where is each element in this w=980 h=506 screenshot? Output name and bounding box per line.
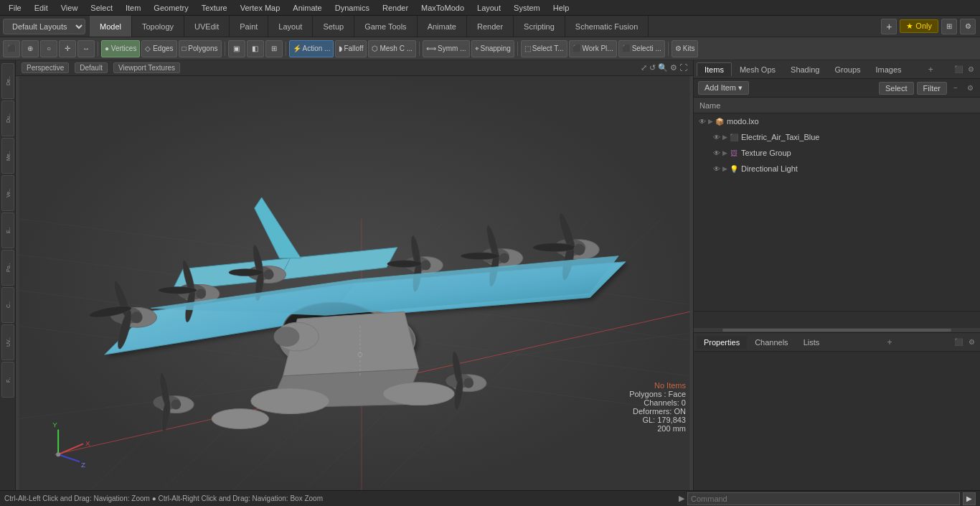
tab-layout[interactable]: Layout [268,16,313,37]
menu-help[interactable]: Help [547,2,575,14]
tab-properties[interactable]: Properties [697,336,747,349]
sidebar-deform[interactable]: De.. [1,63,14,99]
tool-select-btn[interactable]: ↔ [77,40,95,57]
add-prop-tab-button[interactable]: + [883,336,896,349]
add-item-button[interactable]: Add Item ▾ [698,81,749,95]
menu-view[interactable]: View [55,2,84,14]
viewport-move-icon[interactable]: ⤢ [641,63,647,72]
edges-btn[interactable]: ◇ Edges [141,40,176,57]
prop-collapse-icon[interactable]: ⬛ [953,337,964,348]
action-btn[interactable]: ⚡ Action ... [289,40,334,57]
viewport-refresh-icon[interactable]: ↺ [649,63,656,72]
menu-render[interactable]: Render [377,2,414,14]
viewport-gear-icon[interactable]: ⚙ [670,63,677,72]
sidebar-duplicate[interactable]: Du.. [1,100,14,136]
polygons-btn[interactable]: □ Polygons [179,40,222,57]
tab-shading[interactable]: Shading [783,63,826,76]
tab-render[interactable]: Render [467,16,514,37]
star-only-button[interactable]: ★ Only [900,19,938,33]
menu-file[interactable]: File [3,2,27,14]
tab-game-tools[interactable]: Game Tools [354,16,418,37]
visibility-eye-icon[interactable]: 👁 [711,163,722,174]
add-panel-tab-button[interactable]: + [924,63,937,76]
tree-item-directional-light[interactable]: 👁 ▶ 💡 Directional Light [694,161,980,177]
tab-topology[interactable]: Topology [132,16,184,37]
visibility-eye-icon[interactable]: 👁 [711,147,722,159]
visibility-eye-icon[interactable]: 👁 [697,116,708,127]
tab-model[interactable]: Model [90,16,132,37]
expand-arrow-icon[interactable]: ▶ [708,118,713,125]
menu-geometry[interactable]: Geometry [148,2,194,14]
tab-setup[interactable]: Setup [313,16,354,37]
layout-dropdown[interactable]: Default Layouts [3,19,85,34]
menu-edit[interactable]: Edit [29,2,54,14]
items-minus-icon[interactable]: − [950,83,961,94]
vertices-btn[interactable]: ● Vertices [101,40,140,57]
expand-arrow-icon[interactable]: ▶ [722,149,727,156]
panel-gear-icon[interactable]: ⚙ [966,64,977,75]
tab-groups[interactable]: Groups [827,63,867,76]
viewport-textures-tag[interactable]: Viewport Textures [113,62,180,73]
viewport-search-icon[interactable]: 🔍 [658,63,668,72]
view-grid-btn[interactable]: ⊞ [265,40,283,57]
menu-texture[interactable]: Texture [196,2,233,14]
sidebar-create[interactable]: C.. [1,287,14,323]
items-filter-button[interactable]: Filter [917,82,947,95]
tab-images[interactable]: Images [869,63,909,76]
tab-paint[interactable]: Paint [230,16,268,37]
expand-arrow-icon[interactable]: ▶ [722,133,727,141]
tab-mesh-ops[interactable]: Mesh Ops [732,63,783,76]
menu-maxtomodo[interactable]: MaxToModo [415,2,470,14]
view-wire-btn[interactable]: ◧ [247,40,264,57]
tool-pivot-btn[interactable]: ✛ [59,40,76,57]
sidebar-vertex[interactable]: Ve.. [1,175,14,211]
tree-item-electric-taxi[interactable]: 👁 ▶ ⬛ Electric_Air_Taxi_Blue [694,129,980,145]
tab-schematic[interactable]: Schematic Fusion [565,16,649,37]
visibility-eye-icon[interactable]: 👁 [711,131,722,143]
view-mode-btn[interactable]: ▣ [228,40,245,57]
select-tool-btn[interactable]: ⬚ Select T... [521,40,567,57]
symm-btn[interactable]: ⟺ Symm ... [423,40,469,57]
sidebar-falloff[interactable]: F.. [1,362,14,398]
menu-dynamics[interactable]: Dynamics [329,2,375,14]
viewport-default-tag[interactable]: Default [75,62,108,73]
sidebar-edge[interactable]: E.. [1,212,14,248]
add-layout-button[interactable]: + [881,19,897,34]
menu-item[interactable]: Item [120,2,146,14]
menu-system[interactable]: System [508,2,546,14]
sidebar-polygon[interactable]: Po.. [1,250,14,286]
tree-item-texture-group[interactable]: 👁 ▶ 🖼 Texture Group [694,145,980,161]
expand-arrow-icon[interactable]: ▶ [722,165,727,172]
snap-btn[interactable]: ⌖ Snapping [471,40,514,57]
kits-btn[interactable]: ⚙ Kits [672,40,699,57]
menu-layout[interactable]: Layout [471,2,507,14]
tab-lists[interactable]: Lists [796,336,827,349]
viewport-expand-icon[interactable]: ⛶ [679,63,687,72]
tab-scripting[interactable]: Scripting [514,16,565,37]
workplane-btn[interactable]: ⬛ Work Pl... [569,40,617,57]
mesh-btn[interactable]: ⬡ Mesh C ... [368,40,416,57]
tab-items[interactable]: Items [697,62,732,76]
layout-icon-button[interactable]: ⊞ [941,19,957,34]
selecti-btn[interactable]: ⬛ Selecti ... [618,40,665,57]
viewport-canvas[interactable]: X Y Z No Items Polygons : Face Channels:… [16,76,693,490]
command-run-button[interactable]: ▶ [963,492,976,505]
tab-animate[interactable]: Animate [418,16,467,37]
sidebar-uv[interactable]: UV.. [1,324,14,360]
tree-item-modo-lxo[interactable]: 👁 ▶ 📦 modo.lxo [694,113,980,129]
items-settings-icon[interactable]: ⚙ [964,83,976,94]
menu-vertex-map[interactable]: Vertex Map [235,2,286,14]
tool-world-btn[interactable]: ⊕ [22,40,39,57]
panel-collapse-icon[interactable]: ⬛ [953,64,964,75]
command-input[interactable] [687,492,960,505]
sidebar-mesh[interactable]: Me.. [1,138,14,174]
items-select-button[interactable]: Select [879,82,914,95]
tool-snap-btn[interactable]: ⬛ [3,40,20,57]
tab-channels[interactable]: Channels [748,336,795,349]
menu-select[interactable]: Select [85,2,118,14]
tool-local-btn[interactable]: ○ [40,40,57,57]
falloff-btn[interactable]: ◗ Falloff [335,40,367,57]
viewport-perspective-tag[interactable]: Perspective [22,62,69,73]
layout-gear-button[interactable]: ⚙ [960,19,976,34]
prop-gear-icon[interactable]: ⚙ [966,337,977,348]
